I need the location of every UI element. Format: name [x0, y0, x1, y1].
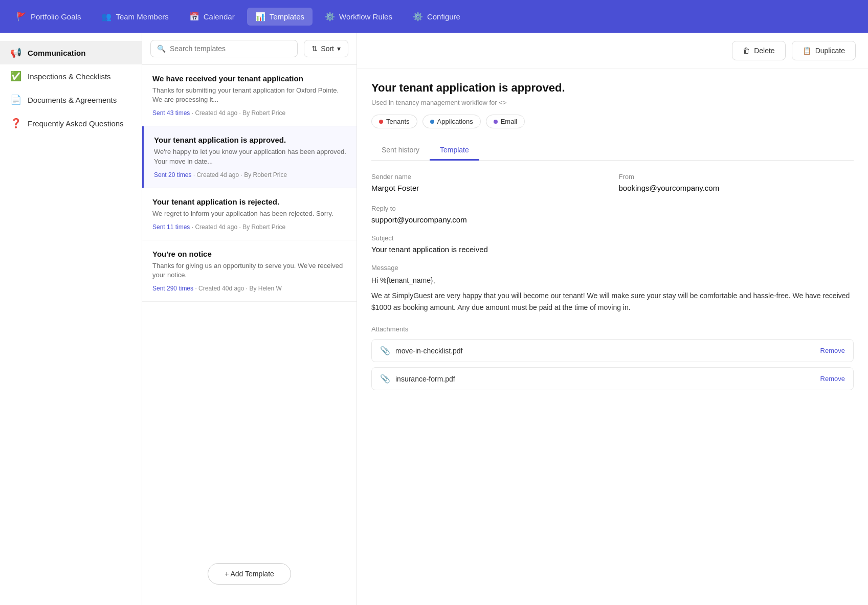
- detail-header: 🗑 Delete 📋 Duplicate: [357, 33, 868, 69]
- message-line1: Hi %{tenant_name},: [371, 275, 854, 286]
- reply-to-value: support@yourcompany.com: [371, 215, 854, 224]
- sidebar-label-documents: Documents & Agreements: [28, 96, 117, 104]
- sent-count-1: Sent 43 times: [152, 109, 190, 117]
- sidebar: 📢 Communication ✅ Inspections & Checklis…: [0, 33, 142, 605]
- by-4: By Helen W: [249, 285, 281, 292]
- template-item-1[interactable]: We have received your tenant application…: [142, 65, 357, 126]
- template-desc-2: We're happy to let you know your applica…: [154, 147, 346, 166]
- created-3: Created 4d ago: [195, 223, 237, 231]
- tag-label-email: Email: [501, 118, 518, 125]
- top-nav: 🚩 Portfolio Goals 👥 Team Members 📅 Calen…: [0, 0, 868, 33]
- attachment-item-1: 📎 move-in-checklist.pdf Remove: [371, 339, 854, 362]
- template-item-3[interactable]: Your tenant application is rejected. We …: [142, 188, 357, 240]
- tag-dot-applications: [430, 120, 434, 124]
- by-1: By Robert Price: [242, 109, 285, 117]
- search-input[interactable]: [170, 44, 291, 53]
- detail-panel: 🗑 Delete 📋 Duplicate Your tenant applica…: [357, 33, 868, 605]
- search-box[interactable]: 🔍: [150, 40, 298, 57]
- sidebar-item-documents[interactable]: 📄 Documents & Agreements: [0, 88, 142, 111]
- attachment-left-1: 📎 move-in-checklist.pdf: [380, 346, 463, 355]
- subject-label: Subject: [371, 234, 854, 242]
- nav-label-portfolio-goals: Portfolio Goals: [31, 12, 81, 21]
- from-label: From: [619, 173, 854, 181]
- add-template-button[interactable]: + Add Template: [208, 563, 291, 585]
- sidebar-item-inspections[interactable]: ✅ Inspections & Checklists: [0, 64, 142, 88]
- sent-count-4: Sent 290 times: [152, 285, 193, 292]
- template-item-4[interactable]: You're on notice Thanks for giving us an…: [142, 240, 357, 302]
- nav-label-templates: Templates: [270, 12, 304, 21]
- sidebar-item-communication[interactable]: 📢 Communication: [0, 41, 142, 64]
- tags-container: Tenants Applications Email: [371, 115, 854, 128]
- tab-template[interactable]: Template: [430, 141, 479, 161]
- template-meta-3: Sent 11 times · Created 4d ago · By Robe…: [152, 223, 346, 231]
- by-2: By Robert Price: [244, 171, 287, 178]
- main-layout: 📢 Communication ✅ Inspections & Checklis…: [0, 33, 868, 605]
- nav-label-configure: Configure: [427, 12, 460, 21]
- from-field: From bookings@yourcompany.com: [619, 173, 854, 192]
- template-title-2: Your tenant application is approved.: [154, 136, 346, 144]
- templates-icon: 📊: [255, 12, 265, 21]
- templates-list: We have received your tenant application…: [142, 65, 357, 543]
- sort-chevron-icon: ▾: [337, 44, 341, 53]
- reply-to-label: Reply to: [371, 205, 854, 212]
- remove-attachment-2-button[interactable]: Remove: [820, 375, 845, 383]
- tab-sent-history[interactable]: Sent history: [371, 141, 430, 161]
- attachment-icon-2: 📎: [380, 374, 390, 384]
- nav-label-workflow-rules: Workflow Rules: [339, 12, 392, 21]
- attachment-left-2: 📎 insurance-form.pdf: [380, 374, 455, 384]
- sidebar-label-inspections: Inspections & Checklists: [28, 72, 111, 81]
- workflow-rules-icon: ⚙️: [325, 12, 335, 21]
- tag-label-applications: Applications: [437, 118, 473, 125]
- tag-dot-tenants: [379, 120, 383, 124]
- template-meta-4: Sent 290 times · Created 40d ago · By He…: [152, 285, 346, 292]
- created-4: Created 40d ago: [198, 285, 244, 292]
- configure-icon: ⚙️: [413, 12, 423, 21]
- template-item-2[interactable]: Your tenant application is approved. We'…: [142, 126, 357, 188]
- tag-applications: Applications: [422, 115, 481, 128]
- remove-attachment-1-button[interactable]: Remove: [820, 347, 845, 354]
- sender-name-label: Sender name: [371, 173, 607, 181]
- attachment-icon-1: 📎: [380, 346, 390, 355]
- tag-email: Email: [486, 115, 525, 128]
- calendar-icon: 📅: [189, 12, 199, 21]
- documents-icon: 📄: [10, 94, 21, 105]
- detail-subtitle: Used in tenancy management workflow for …: [371, 99, 854, 106]
- delete-icon: 🗑: [743, 47, 750, 55]
- nav-item-templates[interactable]: 📊 Templates: [247, 8, 313, 26]
- delete-label: Delete: [754, 47, 774, 55]
- subject-value: Your tenant application is received: [371, 245, 854, 254]
- sidebar-item-faq[interactable]: ❓ Frequently Asked Questions: [0, 111, 142, 135]
- nav-label-calendar: Calendar: [204, 12, 235, 21]
- nav-item-configure[interactable]: ⚙️ Configure: [405, 8, 469, 26]
- nav-item-calendar[interactable]: 📅 Calendar: [181, 8, 243, 26]
- tag-dot-email: [494, 120, 498, 124]
- template-desc-3: We regret to inform your application has…: [152, 209, 346, 218]
- message-field: Message Hi %{tenant_name}, We at SimplyG…: [371, 264, 854, 313]
- by-3: By Robert Price: [242, 223, 285, 231]
- detail-content: Your tenant application is approved. Use…: [357, 69, 868, 408]
- sort-icon: ⇅: [311, 44, 318, 53]
- sort-label: Sort: [321, 44, 334, 53]
- nav-item-team-members[interactable]: 👥 Team Members: [93, 8, 176, 26]
- template-meta-2: Sent 20 times · Created 4d ago · By Robe…: [154, 171, 346, 178]
- attachments-label: Attachments: [371, 325, 854, 333]
- reply-to-field: Reply to support@yourcompany.com: [371, 205, 854, 224]
- sent-count-2: Sent 20 times: [154, 171, 191, 178]
- nav-item-portfolio-goals[interactable]: 🚩 Portfolio Goals: [8, 8, 89, 26]
- portfolio-goals-icon: 🚩: [16, 12, 27, 21]
- attachment-name-2: insurance-form.pdf: [395, 375, 455, 383]
- nav-item-workflow-rules[interactable]: ⚙️ Workflow Rules: [317, 8, 400, 26]
- sent-count-3: Sent 11 times: [152, 223, 190, 231]
- templates-toolbar: 🔍 ⇅ Sort ▾: [142, 33, 357, 65]
- from-value: bookings@yourcompany.com: [619, 184, 854, 192]
- duplicate-button[interactable]: 📋 Duplicate: [792, 41, 856, 60]
- tag-label-tenants: Tenants: [386, 118, 410, 125]
- template-desc-1: Thanks for submitting your tenant applic…: [152, 86, 346, 104]
- delete-button[interactable]: 🗑 Delete: [732, 41, 785, 60]
- sort-button[interactable]: ⇅ Sort ▾: [304, 40, 348, 57]
- sidebar-label-faq: Frequently Asked Questions: [28, 119, 124, 128]
- team-members-icon: 👥: [101, 12, 112, 21]
- add-template-label: + Add Template: [225, 570, 274, 578]
- attachment-name-1: move-in-checklist.pdf: [395, 347, 463, 355]
- template-desc-4: Thanks for giving us an opportunity to s…: [152, 261, 346, 280]
